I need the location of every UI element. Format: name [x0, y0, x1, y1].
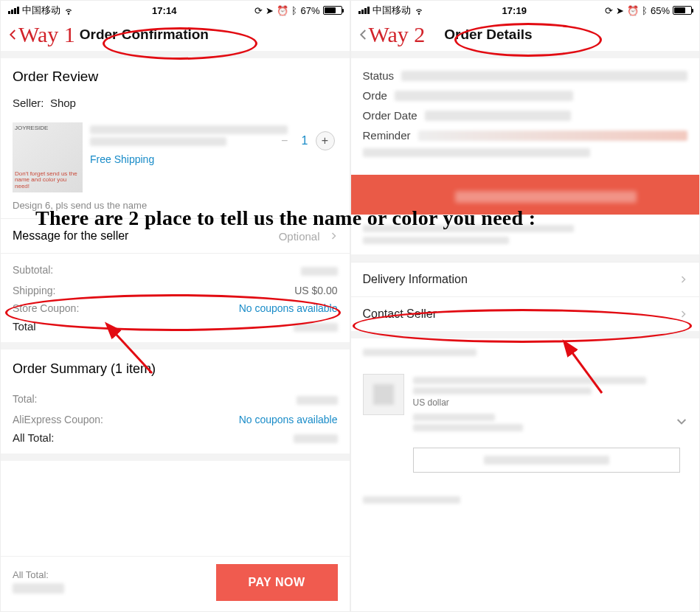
signal-icon	[8, 7, 19, 14]
all-total-label: All Total:	[13, 431, 54, 446]
redacted-text	[90, 137, 226, 146]
seller-name: Shop	[50, 97, 76, 109]
pay-now-button[interactable]: PAY NOW	[216, 564, 338, 601]
store-coupon-value[interactable]: No coupons available	[239, 302, 338, 314]
shipping-value: US $0.00	[294, 285, 337, 296]
delivery-info-label: Delivery Information	[363, 273, 468, 286]
battery-pct: 65%	[651, 5, 670, 16]
redacted-text	[395, 91, 573, 101]
signal-icon	[358, 7, 370, 14]
battery-icon	[323, 6, 342, 15]
redacted-block	[351, 473, 700, 514]
ae-coupon-value[interactable]: No coupons available	[239, 414, 338, 425]
message-seller-label: Message for the seller	[13, 229, 128, 243]
redacted-block	[351, 215, 700, 254]
store-coupon-label: Store Coupon:	[13, 302, 79, 314]
seller-prefix: Seller:	[13, 97, 44, 109]
clock: 17:14	[152, 5, 176, 16]
status-bar: 中国移动 17:19 ⟳ ➤ ⏰ ᛒ 65%	[351, 1, 700, 18]
header: Way 1 Order Confirmation	[1, 18, 350, 51]
bluetooth-icon: ᛒ	[642, 5, 648, 16]
redacted-text	[425, 111, 571, 121]
redacted-text	[13, 583, 64, 594]
redacted-text	[90, 125, 288, 134]
status-label: Status	[363, 69, 395, 82]
screen-way-2: 中国移动 17:19 ⟳ ➤ ⏰ ᛒ 65% Way 2 Order Detai…	[350, 0, 701, 612]
contact-seller-label: Contact Seller	[363, 307, 437, 321]
way-label: Way 1	[18, 22, 75, 47]
subtotal-label: Subtotal:	[13, 264, 53, 279]
order-product-row[interactable]: US dollar	[351, 366, 700, 442]
delivery-info-row[interactable]: Delivery Information	[351, 262, 700, 296]
message-seller-hint: Optional	[279, 230, 320, 243]
carrier-label: 中国移动	[22, 4, 60, 17]
totals-block: Subtotal: Shipping:US $0.00 Store Coupon…	[1, 254, 350, 342]
redacted-text	[413, 387, 592, 394]
contact-seller-row[interactable]: Contact Seller	[351, 296, 700, 331]
alarm-icon: ⏰	[277, 5, 288, 16]
secondary-action-button[interactable]	[413, 448, 681, 473]
redacted-block	[351, 338, 700, 366]
page-title: Order Confirmation	[80, 27, 209, 43]
chevron-right-icon	[679, 275, 687, 284]
bluetooth-icon: ᛒ	[291, 5, 297, 16]
orientation-lock-icon: ⟳	[605, 5, 613, 16]
status-bar: 中国移动 17:14 ⟳ ➤ ⏰ ᛒ 67%	[1, 1, 350, 18]
redacted-text	[418, 131, 687, 141]
action-banner[interactable]	[351, 175, 700, 215]
screen-way-1: 中国移动 17:14 ⟳ ➤ ⏰ ᛒ 67% Way 1 Order Confi…	[0, 0, 350, 612]
header: Way 2 Order Details	[351, 18, 700, 51]
battery-icon	[673, 6, 692, 15]
redacted-text	[413, 377, 647, 384]
order-meta-block: Status Orde Order Date Reminder	[351, 58, 700, 167]
chevron-right-icon	[679, 310, 687, 319]
pay-bar: All Total: PAY NOW	[1, 556, 350, 611]
ae-coupon-label: AliExpress Coupon:	[13, 414, 103, 425]
order-date-label: Order Date	[363, 109, 417, 122]
product-row[interactable]: JOYRESIDE Don't forget send us the name …	[1, 118, 350, 195]
redacted-text	[455, 191, 637, 203]
thumb-brand: JOYRESIDE	[15, 125, 48, 131]
total-label: Total	[13, 320, 36, 335]
free-shipping-label: Free Shipping	[90, 153, 154, 165]
alarm-icon: ⏰	[627, 5, 639, 16]
location-icon: ➤	[616, 5, 624, 16]
order-review-heading: Order Review	[1, 58, 350, 92]
product-thumbnail	[363, 374, 404, 415]
qty-plus-button[interactable]: +	[316, 131, 335, 150]
summary-block: Total: AliExpress Coupon:No coupons avai…	[1, 383, 350, 453]
thumb-reminder: Don't forget send us the name and color …	[15, 171, 80, 190]
qty-value: 1	[302, 134, 308, 147]
redacted-text	[401, 71, 687, 81]
way-label: Way 2	[369, 22, 426, 47]
wifi-icon	[63, 5, 74, 15]
chevron-right-icon	[329, 232, 338, 240]
redacted-text	[363, 148, 590, 157]
shipping-label: Shipping:	[13, 285, 55, 296]
footer-all-total-label: All Total:	[13, 569, 64, 580]
location-icon: ➤	[266, 5, 274, 16]
variant-note: Design 6, pls send us the name	[1, 195, 350, 218]
wifi-icon	[414, 5, 424, 15]
seller-row[interactable]: Seller: Shop	[1, 92, 350, 118]
currency-line: US dollar	[413, 397, 688, 408]
summary-total-label: Total:	[13, 393, 37, 408]
carrier-label: 中国移动	[372, 4, 411, 17]
redacted-text	[413, 414, 496, 421]
redacted-text	[484, 456, 609, 465]
chevron-down-icon[interactable]	[676, 415, 687, 427]
clock: 17:19	[502, 5, 527, 16]
page-title: Order Details	[444, 27, 532, 43]
battery-pct: 67%	[300, 5, 319, 16]
product-thumbnail: JOYRESIDE Don't forget send us the name …	[13, 122, 83, 192]
order-label: Orde	[363, 89, 387, 102]
redacted-text	[413, 424, 523, 431]
reminder-label: Reminder	[363, 129, 411, 142]
message-seller-row[interactable]: Message for the seller Optional	[1, 218, 350, 254]
order-summary-heading: Order Summary (1 item)	[1, 350, 350, 383]
orientation-lock-icon: ⟳	[254, 5, 263, 16]
